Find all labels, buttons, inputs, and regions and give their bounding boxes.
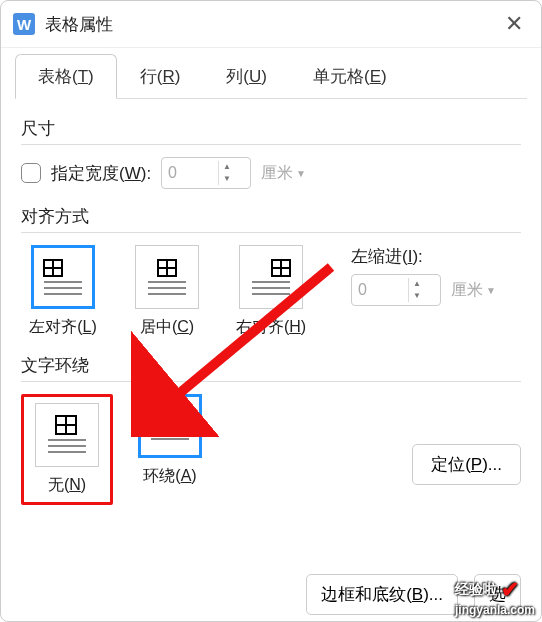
- align-left-label: 左对齐(L): [29, 317, 97, 338]
- wrap-around-icon: [138, 394, 202, 458]
- spin-buttons[interactable]: ▲▼: [408, 278, 425, 302]
- wrap-row: 无(N) 环绕(A) 定位(P)...: [21, 394, 521, 505]
- align-center-label: 居中(C): [140, 317, 194, 338]
- check-icon: ✔: [501, 577, 519, 603]
- dialog-window: W 表格属性 ✕ 表格(T) 行(R) 列(U) 单元格(E) 尺寸 指定宽度(…: [0, 0, 542, 622]
- size-row: 指定宽度(W): ▲▼ 厘米▼: [21, 157, 521, 189]
- specify-width-checkbox[interactable]: [21, 163, 41, 183]
- watermark-text1: 经验啦: [455, 581, 497, 599]
- window-title: 表格属性: [45, 13, 113, 36]
- size-section-title: 尺寸: [21, 117, 521, 140]
- align-right-option[interactable]: 右对齐(H): [229, 245, 313, 338]
- align-left-icon: [31, 245, 95, 309]
- watermark-text2: jingyanla.com: [455, 603, 535, 617]
- unit-label: 厘米: [451, 280, 483, 301]
- width-unit-select[interactable]: 厘米▼: [261, 163, 306, 184]
- width-spinner[interactable]: ▲▼: [161, 157, 251, 189]
- wrap-around-label: 环绕(A): [143, 466, 196, 487]
- unit-label: 厘米: [261, 163, 293, 184]
- position-button[interactable]: 定位(P)...: [412, 444, 521, 485]
- indent-input[interactable]: [352, 277, 408, 303]
- spin-up-icon[interactable]: ▲: [219, 161, 235, 173]
- tab-bar: 表格(T) 行(R) 列(U) 单元格(E): [15, 54, 527, 99]
- spin-up-icon[interactable]: ▲: [409, 278, 425, 290]
- spin-buttons[interactable]: ▲▼: [218, 161, 235, 185]
- titlebar: W 表格属性 ✕: [1, 1, 541, 48]
- alignment-row: 左对齐(L) 居中(C) 右对齐(H) 左缩进(I): ▲▼: [21, 245, 521, 338]
- wrap-section-title: 文字环绕: [21, 354, 521, 377]
- tab-label: 表格(: [38, 67, 78, 86]
- chevron-down-icon: ▼: [296, 168, 306, 179]
- indent-unit-select[interactable]: 厘米▼: [451, 280, 496, 301]
- spin-down-icon[interactable]: ▼: [219, 173, 235, 185]
- tab-key: T: [78, 67, 88, 86]
- highlight-box: 无(N): [21, 394, 113, 505]
- align-right-icon: [239, 245, 303, 309]
- tab-column[interactable]: 列(U): [203, 54, 290, 98]
- spin-down-icon[interactable]: ▼: [409, 290, 425, 302]
- tab-suffix: ): [88, 67, 94, 86]
- align-center-icon: [135, 245, 199, 309]
- align-left-option[interactable]: 左对齐(L): [21, 245, 105, 338]
- indent-label: 左缩进(I):: [351, 245, 496, 268]
- tab-row[interactable]: 行(R): [117, 54, 204, 98]
- specify-width-label: 指定宽度(W):: [51, 162, 151, 185]
- alignment-section-title: 对齐方式: [21, 205, 521, 228]
- wrap-none-icon: [35, 403, 99, 467]
- chevron-down-icon: ▼: [486, 285, 496, 296]
- width-input[interactable]: [162, 160, 218, 186]
- wrap-around-option[interactable]: 环绕(A): [133, 394, 207, 487]
- indent-block: 左缩进(I): ▲▼ 厘米▼: [351, 245, 496, 306]
- watermark: 经验啦 ✔ jingyanla.com: [455, 577, 535, 617]
- tab-table[interactable]: 表格(T): [15, 54, 117, 99]
- app-icon: W: [13, 13, 35, 35]
- align-center-option[interactable]: 居中(C): [125, 245, 209, 338]
- close-button[interactable]: ✕: [499, 9, 529, 39]
- border-shading-button[interactable]: 边框和底纹(B)...: [306, 574, 458, 615]
- wrap-none-label: 无(N): [48, 475, 86, 496]
- indent-spinner[interactable]: ▲▼: [351, 274, 441, 306]
- wrap-none-option[interactable]: 无(N): [30, 403, 104, 496]
- align-right-label: 右对齐(H): [236, 317, 306, 338]
- tab-pane: 尺寸 指定宽度(W): ▲▼ 厘米▼ 对齐方式 左对齐(L): [1, 99, 541, 517]
- tab-cell[interactable]: 单元格(E): [290, 54, 410, 98]
